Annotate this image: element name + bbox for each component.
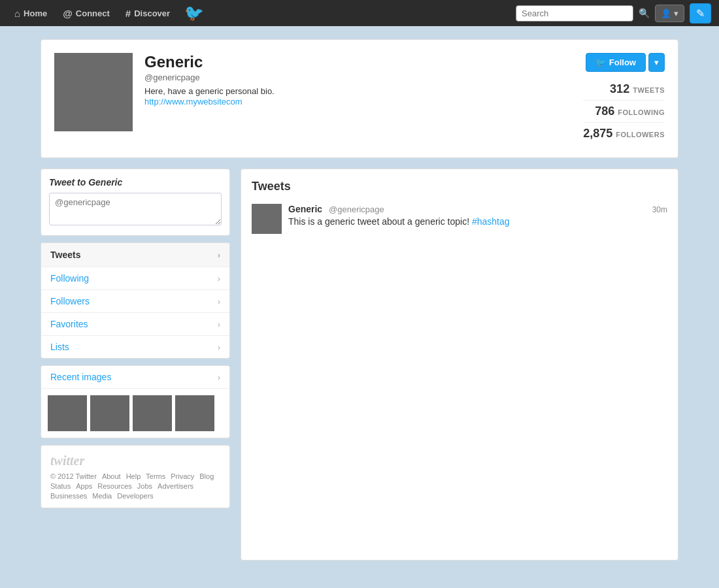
follow-dropdown-icon: ▾ <box>654 57 659 67</box>
footer-link-blog[interactable]: Blog <box>199 472 214 480</box>
tweet-header: Generic @genericpage 30m <box>288 204 667 214</box>
recent-images-grid <box>41 389 229 438</box>
follow-btn-wrap: 🐦 Follow ▾ <box>586 53 665 72</box>
compose-icon: ✎ <box>696 7 705 20</box>
nav-connect-label: Connect <box>76 8 110 18</box>
user-icon: 👤 <box>661 8 671 18</box>
profile-info: Generic @genericpage Here, have a generi… <box>144 53 548 106</box>
search-button[interactable]: 🔍 <box>639 8 650 18</box>
tweets-card: Tweets Generic @genericpage 30m This is <box>241 169 678 561</box>
profile-stats: 312 TWEETS 786 FOLLOWING 2,875 FOLLOWERS <box>583 78 665 144</box>
following-stat: 786 FOLLOWING <box>583 101 665 123</box>
nav-discover-label: Discover <box>134 8 170 18</box>
tweet-time: 30m <box>652 205 667 214</box>
nav-home[interactable]: ⌂ Home <box>8 4 54 23</box>
profile-url[interactable]: http://www.mywebsitecom <box>144 97 242 106</box>
tweets-stat: 312 TWEETS <box>583 78 665 101</box>
search-input[interactable] <box>516 5 633 22</box>
recent-images-label: Recent images <box>50 372 111 382</box>
tweet-body: Generic @genericpage 30m This is a gener… <box>288 204 667 234</box>
following-count: 786 <box>595 105 614 118</box>
followers-label: FOLLOWERS <box>616 131 665 139</box>
footer-link-apps[interactable]: Apps <box>76 482 92 490</box>
user-menu-button[interactable]: 👤 ▾ <box>655 5 684 22</box>
nav-connect[interactable]: @ Connect <box>56 4 116 23</box>
profile-actions: 🐦 Follow ▾ 312 TWEETS 786 FOLLOWING 2,87… <box>560 53 665 144</box>
sidebar-item-followers-label: Followers <box>50 296 90 306</box>
tweets-count: 312 <box>610 82 629 96</box>
profile-name: Generic <box>144 53 548 71</box>
recent-image-3[interactable] <box>133 395 172 431</box>
tweet-handle: @genericpage <box>329 204 384 214</box>
recent-image-2[interactable] <box>90 395 129 431</box>
profile-handle: @genericpage <box>144 73 548 82</box>
nav-home-label: Home <box>24 8 47 18</box>
sidebar-item-favorites-label: Favorites <box>50 319 88 329</box>
footer-link-privacy[interactable]: Privacy <box>171 472 194 480</box>
favorites-chevron-icon: › <box>218 319 220 329</box>
tweet-name: Generic <box>288 204 322 214</box>
home-icon: ⌂ <box>14 8 20 19</box>
avatar <box>54 53 133 131</box>
follow-button[interactable]: 🐦 Follow <box>586 53 646 72</box>
following-chevron-icon: › <box>218 274 220 284</box>
sidebar-nav-card: Tweets › Following › Followers › Favorit… <box>41 242 230 359</box>
follow-bird-icon: 🐦 <box>595 57 606 67</box>
footer-copyright: © 2012 Twitter <box>50 472 97 480</box>
footer-link-media[interactable]: Media <box>92 492 112 500</box>
lists-chevron-icon: › <box>218 342 220 352</box>
compose-button[interactable]: ✎ <box>690 3 711 24</box>
profile-bio: Here, have a generic personal bio. <box>144 86 548 96</box>
tweet-hashtag[interactable]: #hashtag <box>472 216 510 227</box>
follow-caret-button[interactable]: ▾ <box>648 53 665 72</box>
footer-link-status[interactable]: Status <box>50 482 71 490</box>
sidebar-item-lists[interactable]: Lists › <box>41 336 229 358</box>
sidebar-item-lists-label: Lists <box>50 342 69 352</box>
hashtag-icon: # <box>125 8 131 19</box>
sidebar-item-followers[interactable]: Followers › <box>41 290 229 313</box>
footer-links: © 2012 Twitter About Help Terms Privacy … <box>50 472 220 500</box>
tweet-meta: Generic @genericpage <box>288 204 384 214</box>
nav-discover[interactable]: # Discover <box>119 4 176 23</box>
tweet-form-title: Tweet to Generic <box>49 177 222 188</box>
sidebar-item-following[interactable]: Following › <box>41 267 229 290</box>
footer-link-advertisers[interactable]: Advertisers <box>158 482 193 490</box>
footer-link-developers[interactable]: Developers <box>117 492 154 500</box>
tweet-form-card: Tweet to Generic <box>41 169 230 236</box>
sidebar-item-favorites[interactable]: Favorites › <box>41 313 229 336</box>
sidebar-item-following-label: Following <box>50 273 89 284</box>
followers-count: 2,875 <box>583 127 612 140</box>
recent-images-header[interactable]: Recent images › <box>41 366 229 389</box>
recent-images-card: Recent images › <box>41 365 230 438</box>
recent-image-4[interactable] <box>175 395 214 431</box>
followers-chevron-icon: › <box>218 297 220 306</box>
tweet-text-body: This is a generic tweet about a generic … <box>288 216 472 227</box>
sidebar-footer: twitter © 2012 Twitter About Help Terms … <box>41 445 230 508</box>
navbar: ⌂ Home @ Connect # Discover 🐦 🔍 👤 ▾ ✎ <box>0 0 719 26</box>
footer-link-jobs[interactable]: Jobs <box>137 482 152 490</box>
twitter-bird-icon: 🐦 <box>184 4 204 22</box>
sidebar-nav-header-chevron: › <box>218 250 220 260</box>
footer-link-businesses[interactable]: Businesses <box>50 492 87 500</box>
footer-link-resources[interactable]: Resources <box>97 482 132 490</box>
tweets-title: Tweets <box>252 180 667 193</box>
profile-card: Generic @genericpage Here, have a generi… <box>41 39 678 158</box>
recent-images-chevron-icon: › <box>218 372 220 382</box>
search-wrap: 🔍 👤 ▾ ✎ <box>516 3 711 24</box>
tweet-item: Generic @genericpage 30m This is a gener… <box>252 204 667 243</box>
following-label: FOLLOWING <box>618 108 665 116</box>
sidebar-nav-header: Tweets › <box>41 243 229 267</box>
page-wrap: Generic @genericpage Here, have a generi… <box>33 26 686 574</box>
columns: Tweet to Generic Tweets › Following › Fo… <box>41 169 678 561</box>
tweets-label: TWEETS <box>633 86 665 94</box>
recent-image-1[interactable] <box>48 395 87 431</box>
sidebar-nav-header-label: Tweets <box>50 250 80 260</box>
follow-label: Follow <box>609 57 636 67</box>
footer-logo: twitter <box>50 453 220 468</box>
footer-link-terms[interactable]: Terms <box>146 472 165 480</box>
tweet-textarea[interactable] <box>49 193 222 225</box>
footer-link-about[interactable]: About <box>102 472 121 480</box>
connect-icon: @ <box>63 8 73 19</box>
footer-link-help[interactable]: Help <box>126 472 141 480</box>
left-column: Tweet to Generic Tweets › Following › Fo… <box>41 169 230 508</box>
